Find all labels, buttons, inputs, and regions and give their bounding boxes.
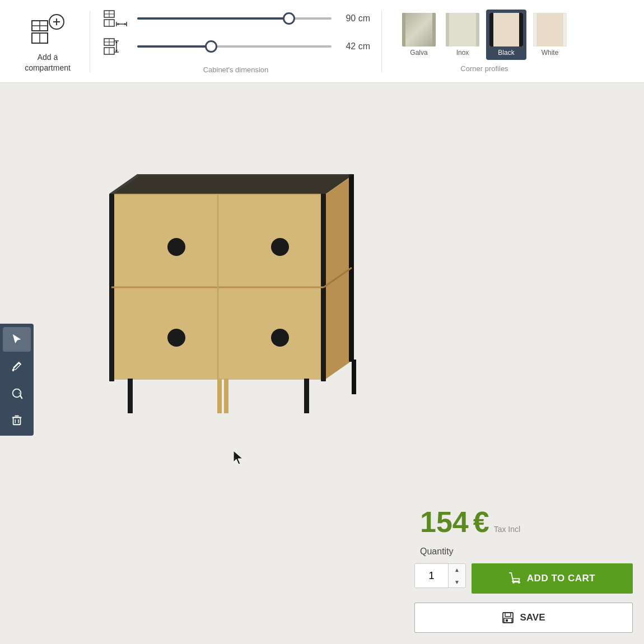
profile-inox-thumb (446, 13, 479, 46)
add-compartment-label: Add a compartment (17, 52, 78, 72)
width-slider-row: 90 cm (101, 8, 370, 29)
qty-arrows: ▲ ▼ (449, 563, 465, 588)
divider-2 (381, 11, 382, 72)
profile-galva-name: Galva (410, 49, 427, 57)
profile-black-name: Black (498, 49, 514, 57)
svg-rect-38 (533, 13, 537, 46)
svg-rect-29 (402, 13, 405, 46)
svg-rect-61 (304, 379, 309, 413)
svg-rect-39 (563, 13, 567, 46)
delete-tool[interactable] (3, 408, 31, 432)
cursor-arrow (232, 450, 246, 465)
profile-white-thumb (533, 13, 567, 46)
tax-label: Tax Incl (494, 525, 520, 534)
svg-rect-37 (533, 13, 567, 46)
profile-galva-thumb (402, 13, 436, 46)
save-row: SAVE (414, 598, 633, 633)
svg-point-57 (271, 238, 289, 256)
select-tool[interactable] (3, 327, 31, 352)
cabinet-3d (67, 172, 370, 424)
svg-rect-31 (446, 13, 479, 46)
profile-inox-name: Inox (456, 49, 469, 57)
quantity-row: Quantity (414, 547, 633, 557)
profile-inox[interactable]: Inox (442, 10, 483, 60)
width-icon (101, 8, 129, 29)
canvas-area[interactable]: 154 € Tax Incl Quantity 1 ▲ ▼ ADD TO CAR… (0, 83, 644, 644)
corner-profiles-section: Galva Inox (388, 10, 581, 73)
svg-point-59 (271, 329, 289, 347)
depth-slider[interactable] (137, 41, 332, 52)
add-compartment-button[interactable]: Add a compartment (11, 4, 84, 78)
left-tools (0, 324, 34, 436)
quantity-label: Quantity (420, 547, 459, 557)
svg-rect-67 (505, 613, 511, 617)
shape-tool[interactable] (3, 381, 31, 405)
svg-rect-34 (489, 13, 523, 46)
svg-rect-63 (217, 379, 222, 413)
depth-value: 42 cm (339, 41, 370, 52)
width-value: 90 cm (339, 13, 370, 24)
depth-slider-row: 42 cm (101, 36, 370, 57)
svg-rect-36 (519, 13, 523, 46)
quantity-input[interactable]: 1 (415, 563, 449, 588)
corner-profiles-label: Corner profiles (460, 64, 508, 73)
svg-point-58 (167, 329, 185, 347)
svg-rect-41 (13, 417, 21, 424)
profile-black-thumb (489, 13, 523, 46)
add-to-cart-label: ADD TO CART (527, 573, 595, 584)
qty-down[interactable]: ▼ (449, 576, 465, 588)
price-currency: € (473, 505, 489, 539)
svg-rect-60 (128, 379, 133, 413)
svg-rect-28 (402, 13, 436, 46)
add-to-cart-button[interactable]: ADD TO CART (472, 563, 633, 594)
svg-marker-65 (234, 451, 242, 464)
quantity-input-wrap: 1 ▲ ▼ (414, 563, 466, 588)
save-icon (502, 612, 514, 624)
save-label: SAVE (520, 612, 545, 623)
profiles-row: Galva Inox (399, 10, 570, 60)
svg-marker-52 (109, 174, 354, 194)
price-row: 154 € Tax Incl (414, 505, 633, 539)
svg-rect-33 (476, 13, 479, 46)
svg-rect-64 (224, 379, 228, 413)
svg-rect-62 (352, 360, 356, 394)
svg-rect-30 (432, 13, 436, 46)
profile-black[interactable]: Black (486, 10, 526, 60)
divider-1 (90, 11, 90, 72)
cart-action-row: 1 ▲ ▼ ADD TO CART (414, 563, 633, 598)
profile-galva[interactable]: Galva (399, 10, 439, 60)
depth-icon (101, 36, 129, 57)
price-value: 154 (420, 505, 469, 539)
profile-white-name: White (542, 49, 559, 57)
width-slider[interactable] (137, 13, 332, 24)
add-compartment-icon (27, 10, 68, 52)
svg-rect-35 (489, 13, 493, 46)
toolbar: Add a compartment (0, 0, 644, 83)
svg-point-56 (167, 238, 185, 256)
cabinet-dim-label: Cabinet's dimension (101, 66, 370, 74)
save-button[interactable]: SAVE (414, 603, 633, 633)
svg-rect-32 (446, 13, 449, 46)
paint-tool[interactable] (3, 354, 31, 379)
purchase-panel: 154 € Tax Incl Quantity 1 ▲ ▼ ADD TO CAR… (414, 505, 633, 633)
profile-white[interactable]: White (530, 10, 570, 60)
qty-up[interactable]: ▲ (449, 563, 465, 576)
cart-icon (509, 572, 521, 585)
svg-rect-69 (506, 619, 508, 622)
